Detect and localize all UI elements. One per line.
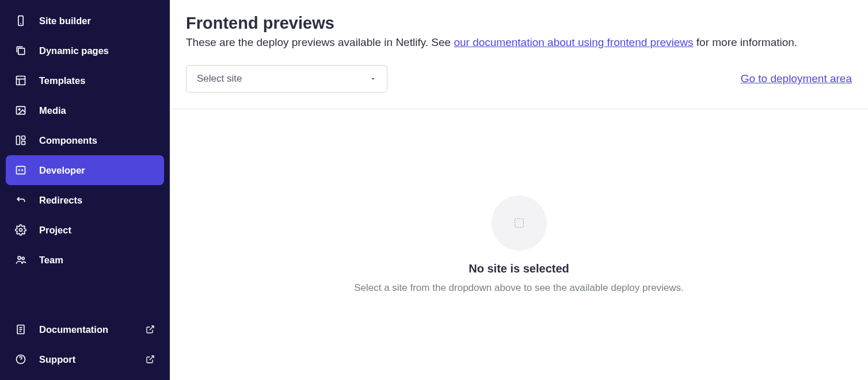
empty-state-title: No site is selected (469, 262, 569, 275)
sidebar: Site builder Dynamic pages Templates Med… (0, 0, 170, 380)
sidebar-item-team[interactable]: Team (6, 245, 164, 275)
image-icon (15, 105, 26, 116)
gear-icon (15, 224, 26, 236)
svg-line-19 (150, 326, 154, 330)
svg-rect-9 (22, 136, 25, 140)
doc-link[interactable]: our documentation about using frontend p… (454, 36, 693, 48)
sidebar-item-support[interactable]: Support (6, 344, 164, 374)
selection-dashed-icon (513, 217, 526, 229)
empty-state-subtitle: Select a site from the dropdown above to… (354, 282, 684, 294)
sidebar-item-label: Redirects (39, 195, 155, 206)
sidebar-item-label: Support (39, 354, 133, 365)
page-header: Frontend previews These are the deploy p… (170, 0, 868, 109)
svg-rect-3 (17, 76, 25, 85)
sidebar-item-documentation[interactable]: Documentation (6, 314, 164, 344)
external-link-icon (146, 325, 155, 334)
sidebar-item-label: Site builder (39, 16, 155, 26)
desc-text-before: These are the deploy previews available … (186, 36, 454, 48)
users-icon (15, 254, 26, 266)
sidebar-item-components[interactable]: Components (6, 125, 164, 155)
empty-state-icon-circle (492, 195, 547, 251)
components-icon (15, 135, 26, 146)
select-site-dropdown[interactable]: Select site (186, 65, 387, 93)
select-site-placeholder: Select site (197, 73, 242, 85)
sidebar-item-media[interactable]: Media (6, 95, 164, 125)
sidebar-item-label: Components (39, 135, 155, 146)
svg-point-13 (18, 256, 21, 259)
empty-state: No site is selected Select a site from t… (170, 109, 868, 380)
svg-rect-11 (17, 166, 25, 174)
svg-point-7 (18, 109, 20, 110)
sidebar-item-templates[interactable]: Templates (6, 66, 164, 95)
sidebar-item-redirects[interactable]: Redirects (6, 185, 164, 215)
sidebar-item-label: Templates (39, 75, 155, 86)
sidebar-item-label: Media (39, 105, 155, 116)
code-icon (15, 164, 26, 176)
page-title: Frontend previews (186, 14, 852, 33)
external-link-icon (146, 355, 155, 364)
sidebar-item-project[interactable]: Project (6, 215, 164, 245)
sidebar-item-label: Developer (39, 165, 155, 176)
svg-point-14 (22, 257, 24, 259)
svg-rect-10 (22, 141, 25, 145)
svg-line-22 (150, 356, 154, 360)
main-content: Frontend previews These are the deploy p… (170, 0, 868, 380)
sidebar-item-label: Project (39, 225, 155, 236)
svg-rect-23 (515, 219, 523, 228)
chevron-down-icon (370, 75, 376, 82)
deployment-area-link[interactable]: Go to deployment area (741, 72, 852, 85)
layout-icon (15, 75, 26, 86)
svg-rect-8 (17, 136, 20, 145)
sidebar-item-site-builder[interactable]: Site builder (6, 6, 164, 36)
help-icon (15, 354, 26, 365)
svg-rect-2 (18, 48, 25, 55)
device-mobile-icon (15, 15, 26, 26)
doc-icon (15, 324, 26, 335)
sidebar-item-developer[interactable]: Developer (6, 155, 164, 185)
sidebar-item-label: Dynamic pages (39, 45, 155, 56)
arrow-back-icon (15, 194, 26, 206)
sidebar-item-dynamic-pages[interactable]: Dynamic pages (6, 36, 164, 66)
desc-text-after: for more information. (694, 36, 798, 48)
svg-point-12 (20, 229, 22, 232)
sidebar-item-label: Documentation (39, 324, 133, 335)
sidebar-item-label: Team (39, 255, 155, 266)
pages-stack-icon (15, 45, 26, 56)
svg-rect-0 (18, 16, 23, 26)
page-description: These are the deploy previews available … (186, 36, 852, 49)
